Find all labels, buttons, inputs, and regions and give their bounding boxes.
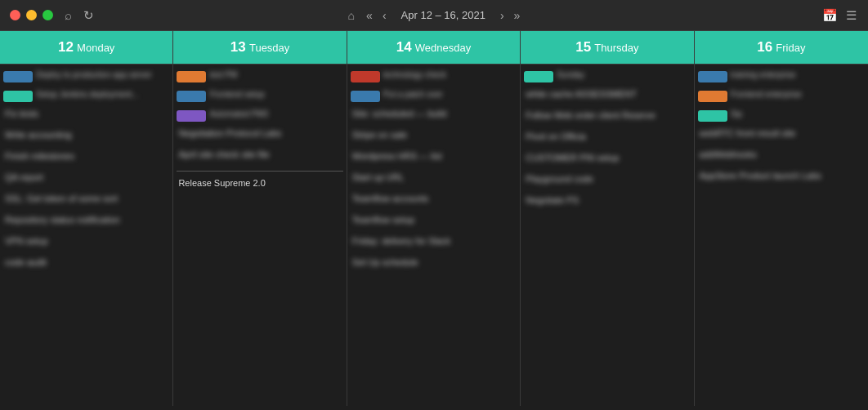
event-badge (3, 91, 33, 102)
list-item[interactable]: Frontend setup (177, 89, 342, 104)
event-text: Automated PM3 (209, 109, 268, 119)
event-text: white cache ASSESSMENT (524, 89, 637, 99)
prev-prev-button[interactable]: « (363, 7, 376, 24)
list-item[interactable]: Negotiation Protocol Labs (177, 128, 342, 145)
search-button[interactable]: ⌕ (65, 8, 72, 22)
list-item[interactable]: Deploy to production app server (3, 69, 169, 84)
event-text: webRTC front result site (698, 128, 796, 138)
list-item[interactable]: training enterprise (698, 69, 865, 84)
event-text: Frontend enterprise (731, 89, 802, 100)
list-item[interactable]: Start up URL (351, 172, 517, 189)
day-col-tuesday: test PM Frontend setup Automated PM3 Neg… (173, 65, 347, 406)
day-col-friday: training enterprise Frontend enterprise … (695, 65, 868, 406)
event-text: Stripe on sale (351, 130, 407, 140)
event-text: Wordpress HRS — list (351, 151, 442, 161)
maximize-button[interactable] (43, 10, 53, 20)
list-item[interactable]: code audit (3, 257, 169, 274)
calendar-header: 12 Monday 13 Tuesday 14 Wednesday 15 Thu… (0, 31, 868, 65)
event-badge (351, 71, 380, 82)
event-text: Put a patch over (383, 89, 443, 100)
home-button[interactable]: ⌂ (345, 7, 358, 24)
list-item[interactable]: QA report (3, 172, 169, 189)
list-item[interactable]: Teamflow setup (351, 215, 517, 231)
day-name-thursday: Thursday (594, 42, 638, 54)
list-item[interactable]: Playground code (524, 174, 690, 190)
list-item[interactable]: technology check (351, 69, 517, 84)
day-header-friday: 16 Friday (695, 31, 868, 64)
list-item[interactable]: Teamflow accounts (351, 194, 517, 210)
event-text: test PM (209, 69, 237, 80)
day-col-thursday: Sunday white cache ASSESSMENT Follow Web… (521, 65, 694, 406)
list-item[interactable]: Automated PM3 (177, 109, 342, 123)
day-name-monday: Monday (77, 42, 114, 54)
day-header-thursday: 15 Thursday (521, 31, 694, 64)
list-item[interactable]: Sunday (524, 69, 690, 84)
next-button[interactable]: › (497, 7, 508, 24)
minimize-button[interactable] (26, 10, 37, 20)
event-text: Pivot on Officia (524, 131, 586, 141)
event-text: Finish milestones (3, 151, 74, 161)
nav-arrows-right: › » (497, 7, 523, 24)
divider (177, 171, 342, 172)
list-item[interactable]: CUSTOMER PIN setup (524, 153, 690, 169)
list-item[interactable]: Release Supreme 2.0 (177, 178, 342, 194)
day-col-monday: Deploy to production app server Setup Je… (0, 65, 173, 406)
event-text: Set Up schedule (351, 257, 418, 267)
list-item[interactable]: VPN setup (3, 236, 169, 252)
event-badge (177, 71, 206, 82)
date-range-label: Apr 12 – 16, 2021 (395, 9, 492, 21)
day-header-tuesday: 13 Tuesday (173, 31, 347, 64)
list-item[interactable]: Set Up schedule (351, 257, 517, 274)
list-item[interactable]: Frontend enterprise (698, 89, 865, 104)
prev-button[interactable]: ‹ (379, 7, 390, 24)
titlebar: ⌕ ↻ ⌂ « ‹ Apr 12 – 16, 2021 › » 📅 ☰ (0, 0, 868, 31)
list-item[interactable]: Put a patch over (351, 89, 517, 104)
event-text: code audit (3, 257, 47, 267)
event-text: Sunday (557, 69, 584, 80)
event-badge (3, 71, 33, 82)
list-item[interactable]: Negotiate PS (524, 195, 690, 212)
list-item[interactable]: test PM (177, 69, 342, 84)
list-item[interactable]: Site: scheduled — build (351, 109, 517, 125)
event-badge (698, 110, 727, 122)
list-item[interactable]: webRTC front result site (698, 128, 865, 145)
event-text: Teamflow accounts (351, 194, 429, 203)
event-badge (177, 110, 206, 122)
day-num-monday: 12 (58, 39, 74, 55)
day-name-wednesday: Wednesday (415, 42, 471, 54)
day-header-wednesday: 14 Wednesday (347, 31, 521, 64)
list-item[interactable]: Finish milestones (3, 151, 169, 167)
event-badge (698, 71, 727, 82)
close-button[interactable] (10, 10, 20, 20)
calendar-button[interactable]: 📅 (822, 8, 838, 23)
event-text: Frontend setup (209, 89, 264, 100)
toolbar-icons: ⌕ ↻ (65, 8, 94, 23)
list-item[interactable]: white cache ASSESSMENT (524, 89, 690, 105)
list-item[interactable]: addWebhooks (698, 149, 865, 166)
list-item[interactable]: Stripe on sale (351, 130, 517, 146)
list-item[interactable]: Sip (698, 109, 865, 123)
event-text: Start up URL (351, 172, 405, 182)
list-item[interactable]: SSL: Get token of some sort (3, 194, 169, 210)
event-text: SSL: Get token of some sort (3, 194, 118, 203)
refresh-button[interactable]: ↻ (83, 8, 94, 23)
event-text: Friday: delivery for Slack (351, 236, 450, 246)
list-item[interactable]: Wordpress HRS — list (351, 151, 517, 167)
event-text: technology check (383, 69, 446, 80)
list-item[interactable]: Write accounting (3, 130, 169, 146)
list-item[interactable]: Repository status notification (3, 215, 169, 231)
list-item[interactable]: AppStore Product launch Labs (698, 171, 865, 187)
event-text: Follow Web order client Reserve (524, 110, 655, 120)
list-item[interactable]: Fix tests (3, 109, 169, 125)
list-item[interactable]: April site check site file (177, 149, 342, 166)
day-num-tuesday: 13 (230, 39, 246, 55)
list-item[interactable]: Follow Web order client Reserve (524, 110, 690, 127)
list-item[interactable]: Friday: delivery for Slack (351, 236, 517, 252)
day-num-thursday: 15 (575, 39, 591, 55)
list-view-button[interactable]: ☰ (846, 8, 857, 23)
list-item[interactable]: Pivot on Officia (524, 131, 690, 148)
list-item[interactable]: Setup Jenkins deployment... (3, 89, 169, 104)
event-text: CUSTOMER PIN setup (524, 153, 619, 163)
event-badge (524, 71, 553, 82)
next-next-button[interactable]: » (511, 7, 524, 24)
